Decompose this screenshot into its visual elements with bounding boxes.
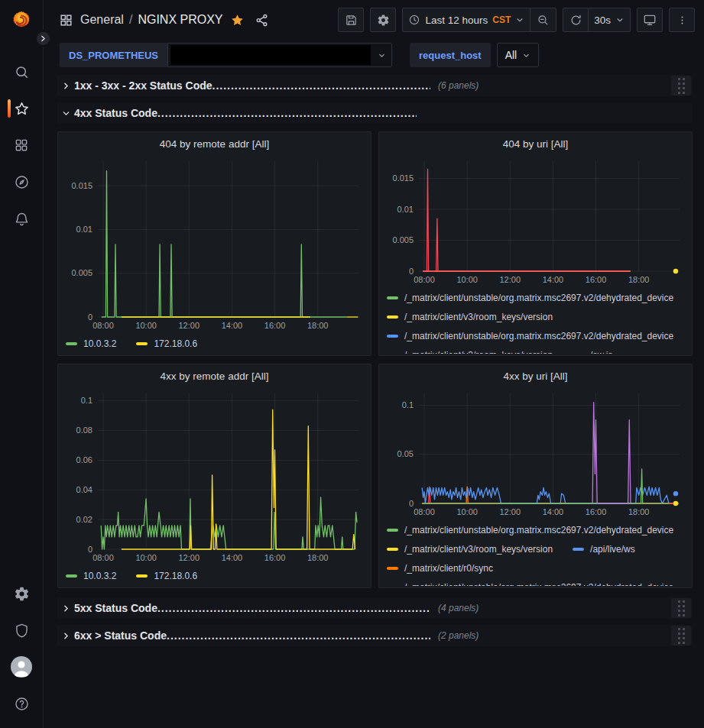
legend-item[interactable]: /_matrix/client/v3/room_keys/version <box>387 544 553 555</box>
legend-item[interactable]: 172.18.0.6 <box>136 338 197 349</box>
svg-text:12:00: 12:00 <box>179 321 200 330</box>
panel-title[interactable]: 404 by uri [All] <box>379 132 692 155</box>
dashboard-settings-button[interactable] <box>370 8 396 32</box>
panel-title[interactable]: 4xx by uri [All] <box>379 364 692 387</box>
row-drag-handle-icon[interactable] <box>671 76 691 95</box>
legend-item[interactable]: /sw.js <box>573 350 612 354</box>
row-header-4xx[interactable]: 4xx Status Code ........................… <box>57 102 693 124</box>
sidebar-item-alerting[interactable] <box>0 200 44 237</box>
legend-item[interactable]: /_matrix/client/unstable/org.matrix.msc2… <box>387 582 673 587</box>
row-header-6xx[interactable]: 6xx > Status Code ......................… <box>57 625 693 646</box>
share-icon[interactable] <box>255 13 269 28</box>
chart-svg[interactable]: 00.0050.010.01508:0010:0012:0014:0016:00… <box>385 155 687 286</box>
sidebar-item-search[interactable] <box>0 53 44 90</box>
svg-text:14:00: 14:00 <box>543 507 564 516</box>
refresh-button[interactable] <box>563 8 589 32</box>
svg-text:10:00: 10:00 <box>456 275 478 284</box>
svg-text:18:00: 18:00 <box>628 507 650 516</box>
svg-text:0: 0 <box>88 312 92 322</box>
datasource-variable-select[interactable] <box>167 43 392 67</box>
panel-legend: /_matrix/client/unstable/org.matrix.msc2… <box>379 519 692 586</box>
refresh-interval-dropdown[interactable]: 30s <box>589 8 631 32</box>
svg-text:16:00: 16:00 <box>264 553 286 562</box>
legend-item[interactable]: 172.18.0.6 <box>136 571 197 581</box>
svg-text:16:00: 16:00 <box>586 275 607 284</box>
apps-grid-icon <box>59 13 73 28</box>
chart-404-by-remote-addr[interactable]: 00.0050.010.01508:0010:0012:0014:0016:00… <box>58 155 371 332</box>
svg-text:12:00: 12:00 <box>500 507 521 516</box>
legend-series-swatch <box>573 354 584 354</box>
chart-svg[interactable]: 00.050.108:0010:0012:0014:0016:0018:00 <box>385 387 687 519</box>
legend-item[interactable]: /_matrix/client/unstable/org.matrix.msc2… <box>387 293 673 303</box>
panel-4xx-by-remote-addr: 4xx by remote addr [All] 00.020.040.060.… <box>57 364 371 588</box>
panel-title[interactable]: 404 by remote addr [All] <box>58 132 371 155</box>
sidebar-item-configuration[interactable] <box>0 575 44 612</box>
svg-text:0.08: 0.08 <box>76 425 92 435</box>
shield-icon <box>14 623 30 639</box>
legend-row: /_matrix/client/unstable/org.matrix.msc2… <box>387 326 684 345</box>
legend-item[interactable]: /_matrix/client/r0/sync <box>387 563 493 574</box>
sidebar-item-help[interactable] <box>0 685 44 722</box>
legend-item[interactable]: /_matrix/client/v3/room_keys/version <box>387 350 553 354</box>
legend-series-swatch <box>387 586 398 587</box>
svg-text:0.04: 0.04 <box>76 485 92 494</box>
request-host-variable-select[interactable]: All <box>497 43 540 67</box>
explore-compass-icon <box>14 174 30 190</box>
zoom-out-time-button[interactable] <box>530 8 556 32</box>
search-icon <box>14 64 30 80</box>
svg-text:18:00: 18:00 <box>307 553 329 562</box>
svg-text:0.05: 0.05 <box>397 449 414 458</box>
sidebar-item-dashboards[interactable] <box>0 127 44 163</box>
favorite-star-icon[interactable] <box>230 13 245 28</box>
row-header-1xx-3xx-2xx[interactable]: 1xx - 3xx - 2xx Status Code ............… <box>57 75 693 96</box>
svg-text:0.1: 0.1 <box>402 400 414 409</box>
row-drag-handle-icon[interactable] <box>671 626 691 645</box>
panel-title[interactable]: 4xx by remote addr [All] <box>58 364 371 387</box>
dashboard-title[interactable]: NGINX PROXY <box>138 13 222 27</box>
row-header-5xx[interactable]: 5xx Status Code ........................… <box>57 597 693 619</box>
panel-4xx-by-uri: 4xx by uri [All] 00.050.108:0010:0012:00… <box>378 364 693 588</box>
legend-item[interactable]: /_matrix/client/v3/room_keys/version <box>387 312 553 322</box>
star-icon <box>14 101 30 117</box>
chevron-down-icon <box>372 51 391 60</box>
breadcrumb-section[interactable]: General <box>80 13 124 27</box>
grafana-logo[interactable] <box>10 9 33 32</box>
chevron-right-icon <box>57 631 74 641</box>
sidebar-item-explore[interactable] <box>0 163 44 200</box>
chart-svg[interactable]: 00.020.040.060.080.108:0010:0012:0014:00… <box>64 387 366 565</box>
more-options-button[interactable] <box>669 8 695 32</box>
kebab-menu-icon <box>676 14 688 27</box>
legend-item[interactable]: /api/live/ws <box>573 544 635 555</box>
svg-text:08:00: 08:00 <box>414 275 435 284</box>
variables-toolbar: DS_PROMETHEUS request_host All <box>60 41 704 69</box>
chart-4xx-by-uri[interactable]: 00.050.108:0010:0012:0014:0016:0018:00 <box>379 387 692 519</box>
cycle-view-mode-button[interactable] <box>637 8 663 32</box>
svg-text:16:00: 16:00 <box>264 321 286 330</box>
request-host-value: All <box>505 49 517 61</box>
refresh-icon <box>569 14 582 27</box>
chart-404-by-uri[interactable]: 00.0050.010.01508:0010:0012:0014:0016:00… <box>379 155 692 286</box>
alerting-bell-icon <box>14 211 30 227</box>
legend-item[interactable]: 10.0.3.2 <box>66 571 116 581</box>
row-title-dots: ........................................… <box>167 629 430 642</box>
active-section-indicator <box>8 99 11 118</box>
time-range-picker[interactable]: Last 12 hours CST <box>402 8 530 32</box>
sidebar-item-server-admin[interactable] <box>0 612 44 649</box>
legend-item[interactable]: 10.0.3.2 <box>66 338 116 349</box>
timezone-label: CST <box>492 15 511 25</box>
legend-series-label: 10.0.3.2 <box>83 338 116 349</box>
chart-4xx-by-remote-addr[interactable]: 00.020.040.060.080.108:0010:0012:0014:00… <box>58 387 371 565</box>
sidebar-item-starred[interactable] <box>0 90 44 127</box>
panel-legend: /_matrix/client/unstable/org.matrix.msc2… <box>379 286 692 354</box>
legend-item[interactable]: /_matrix/client/unstable/org.matrix.msc2… <box>387 331 673 341</box>
legend-series-swatch <box>387 354 398 354</box>
row-drag-handle-icon[interactable] <box>671 598 691 618</box>
chevron-right-icon <box>57 81 74 91</box>
row-title: 4xx Status Code <box>74 107 157 119</box>
save-dashboard-button[interactable] <box>338 8 364 32</box>
sidebar-item-profile[interactable] <box>0 649 44 685</box>
legend-item[interactable]: /_matrix/client/unstable/org.matrix.msc2… <box>387 525 673 535</box>
sidebar <box>0 0 44 728</box>
sidebar-expand-button[interactable] <box>34 30 52 47</box>
chart-svg[interactable]: 00.0050.010.01508:0010:0012:0014:0016:00… <box>64 155 366 332</box>
